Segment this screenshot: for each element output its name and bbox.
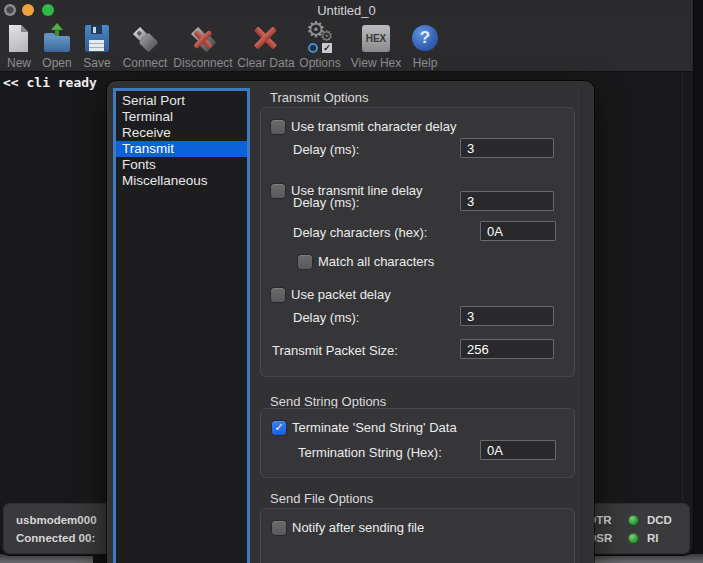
send-file-options-title: Send File Options (270, 491, 373, 506)
line-delay-ms-label: Delay (ms): (293, 195, 359, 210)
ri-led-indicator (628, 533, 639, 544)
terminal-divider (682, 72, 683, 502)
match-all-characters-checkbox[interactable] (298, 255, 312, 269)
options-gears-icon: ⚙ ⚙ ✓ (305, 23, 335, 55)
toolbar-options-label: Options (290, 56, 350, 70)
open-folder-icon (42, 23, 72, 55)
toolbar-new-button[interactable]: New (0, 23, 38, 69)
toolbar: New Open Save Connect (0, 21, 693, 72)
delay-characters-hex-field[interactable] (480, 221, 556, 241)
toolbar-open-label: Open (35, 56, 79, 70)
match-all-characters-label: Match all characters (318, 254, 434, 269)
signal-ri-label: RI (647, 532, 659, 544)
transmit-packet-size-label: Transmit Packet Size: (272, 343, 398, 358)
window-title: Untitled_0 (0, 3, 693, 18)
toolbar-options-button[interactable]: ⚙ ⚙ ✓ Options (290, 23, 350, 69)
status-port: usbmodem000 (16, 514, 97, 526)
help-question-icon: ? (410, 23, 440, 55)
delay-characters-hex-label: Delay characters (hex): (293, 225, 427, 240)
toolbar-new-label: New (0, 56, 38, 70)
packet-delay-ms-label: Delay (ms): (293, 310, 359, 325)
sidebar-item-fonts[interactable]: Fonts (116, 157, 247, 173)
toolbar-help-label: Help (403, 56, 447, 70)
signal-dcd-label: DCD (647, 514, 672, 526)
toolbar-open-button[interactable]: Open (35, 23, 79, 69)
transmit-options-title: Transmit Options (270, 90, 369, 105)
background-window-edge-left (0, 554, 93, 563)
checkmark-icon: ✓ (272, 421, 286, 435)
new-document-icon (4, 23, 34, 55)
status-connection: Connected 00: (16, 532, 95, 544)
sidebar-item-transmit[interactable]: Transmit (116, 141, 247, 157)
usb-disconnect-icon (188, 23, 218, 55)
transmit-packet-size-field[interactable] (460, 339, 554, 359)
connection-options-dialog: Serial Port Terminal Receive Transmit Fo… (107, 81, 594, 563)
title-bar: Untitled_0 (0, 0, 693, 21)
packet-delay-ms-field[interactable] (460, 306, 554, 326)
toolbar-view-hex-label: View Hex (344, 56, 408, 70)
char-delay-ms-label: Delay (ms): (293, 142, 359, 157)
terminate-send-string-checkbox[interactable]: ✓ (272, 421, 286, 435)
sidebar-item-terminal[interactable]: Terminal (116, 109, 247, 125)
notify-after-sending-file-checkbox[interactable] (272, 521, 286, 535)
use-transmit-character-delay-checkbox[interactable] (271, 120, 285, 134)
toolbar-help-button[interactable]: ? Help (403, 23, 447, 69)
send-string-options-title: Send String Options (270, 394, 386, 409)
use-transmit-character-delay-label: Use transmit character delay (291, 119, 456, 134)
sidebar-item-miscellaneous[interactable]: Miscellaneous (116, 173, 247, 189)
termination-string-hex-field[interactable] (480, 440, 556, 460)
toolbar-view-hex-button[interactable]: HEX View Hex (344, 23, 408, 69)
send-file-options-group (260, 508, 575, 563)
termination-string-hex-label: Termination String (Hex): (298, 445, 442, 460)
terminate-send-string-label: Terminate 'Send String' Data (292, 420, 457, 435)
char-delay-ms-field[interactable] (460, 138, 554, 158)
terminal-status-text: << cli ready (3, 75, 97, 90)
line-delay-ms-field[interactable] (460, 191, 554, 211)
use-packet-delay-checkbox[interactable] (271, 288, 285, 302)
usb-connect-icon (130, 23, 160, 55)
save-floppy-icon (82, 23, 112, 55)
sidebar-item-receive[interactable]: Receive (116, 125, 247, 141)
use-packet-delay-label: Use packet delay (291, 287, 391, 302)
clear-data-x-icon (251, 23, 281, 55)
sidebar-item-serial-port[interactable]: Serial Port (116, 93, 247, 109)
dcd-led-indicator (628, 515, 639, 526)
use-transmit-line-delay-checkbox[interactable] (271, 184, 285, 198)
options-category-list[interactable]: Serial Port Terminal Receive Transmit Fo… (113, 88, 250, 563)
notify-after-sending-file-label: Notify after sending file (292, 520, 424, 535)
dialog-scroll-divider (581, 87, 582, 563)
hex-icon: HEX (361, 23, 391, 55)
